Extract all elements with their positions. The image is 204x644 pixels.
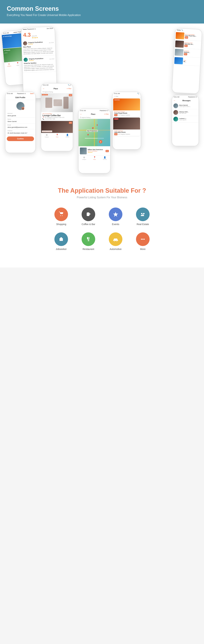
place-card-2: 9.5 Business & Finance [41, 121, 73, 133]
shopping-label: Shopping [56, 223, 66, 226]
svg-point-10 [116, 240, 117, 242]
restaurant-icon-circle [82, 232, 95, 246]
list-item-2: Closed Health & Fitness Adorable Room 9.… [113, 118, 140, 136]
msg-avatar-2 [173, 110, 178, 115]
automotive-icon [112, 236, 119, 242]
messages-title: Messages [182, 100, 191, 102]
map-marker-2: 📍 [87, 134, 90, 137]
edit-profile-title: Edit Profile [5, 95, 35, 100]
shopping-icon-circle [54, 208, 68, 221]
events-icon-circle [109, 208, 122, 221]
nav-account-6[interactable]: 👤 Account [103, 156, 106, 160]
place-item-3: Compute... Bohemi... 9.1 [174, 48, 201, 58]
events-label: Events [112, 223, 119, 226]
events-icon [112, 211, 119, 218]
name-field[interactable]: Steve Garrett [5, 120, 35, 124]
restaurant-icon [85, 236, 92, 242]
nav-place-6[interactable]: 📍 Place [93, 156, 96, 160]
phone-edit-profile: 9:41 AM PassionUI ⊙ Save Edit Profile 📷 … [5, 92, 36, 153]
open-now-badge: Open Now [42, 94, 48, 96]
nav-place-5[interactable]: 📍 Place [56, 134, 58, 138]
message-2[interactable]: Obasey Chid... Slet cltia velit... [172, 109, 199, 116]
phone6-status: 9:41 AM PassionUI ⊙ [79, 109, 110, 112]
more-icon-circle [136, 232, 150, 246]
back-button-5[interactable]: ← [42, 87, 45, 90]
back-button-8[interactable]: ← [173, 99, 176, 102]
jobseeker-label: Jobseeker [56, 248, 67, 250]
svg-point-13 [144, 239, 145, 240]
filter-btn-6[interactable]: ≡ Filter [104, 113, 109, 115]
filter-label-7: Filter [115, 96, 118, 97]
phone8-status: 9:41 AM PassionUI ⊙ [172, 96, 199, 98]
place-thumb-3 [175, 49, 184, 56]
svg-point-11 [141, 239, 142, 240]
category-icon: ☰ [8, 63, 10, 66]
place-hero-img: Open Now 9.5 [41, 93, 73, 112]
app-section-title: The Application Suitable For ? [7, 187, 197, 194]
message-1[interactable]: Steve Garrett Lorem ipsum dolor s... [172, 102, 199, 109]
email-field[interactable]: steve.garrett@passionui.com [5, 126, 35, 129]
phones-section: 9:41 AM ●●●● PassionUI ⊙ & Technology & … [0, 24, 204, 177]
app-section-subtitle: Powerful Listing System Fix Your Bisines… [7, 196, 197, 199]
hilton-rating: 9.4 [105, 150, 109, 152]
phone-messages: 9:41 AM PassionUI ⊙ ← Messages Steve Gar… [172, 95, 199, 146]
app-icon-automotive: Automotive [107, 232, 124, 250]
nav-home-6[interactable]: ⊞ Category [82, 156, 86, 160]
more-label: More [140, 248, 146, 250]
featured-place-card: Hilton San Francisco Arts & Humanities ★… [79, 146, 110, 156]
map-marker-current: ★ [99, 140, 102, 144]
restaurant-label: Restaurant [83, 248, 94, 250]
sort-label-6: ☰ Highest Rating [79, 116, 110, 119]
filter-icon-7: ≡ [114, 96, 115, 97]
nav-home-5[interactable]: ⊞ Category [45, 134, 49, 138]
map-view: 📍 📍 📍 ★ San Francisco [79, 119, 110, 146]
phone-list-badges: 9:41 AM 🔍 ≡ Filter Open Now Business & F… [112, 92, 141, 150]
account-field[interactable]: steve.garrett [5, 114, 35, 118]
save-btn[interactable]: Save [30, 93, 34, 94]
svg-point-3 [141, 213, 142, 214]
realestate-icon [140, 211, 146, 218]
phone-places-list: ●●●● 🔍 Arts & Humanities Cozy Royal Roo.… [172, 28, 202, 94]
page-header: Common Screens Everything You Need For C… [0, 0, 204, 24]
svg-rect-0 [59, 212, 60, 212]
camera-icon[interactable]: 📷 [22, 107, 24, 110]
message-3[interactable]: Luvleen L... Lorem ipsum... [172, 116, 199, 122]
nav-place[interactable]: 📍 Place [16, 62, 19, 66]
place-item-1: Arts & Humanities Cozy Royal Roo... 9.4 [175, 31, 202, 41]
hilton-thumb [80, 148, 87, 154]
automotive-label: Automotive [110, 248, 121, 250]
phone-place-detail: 9:41 AM 🔍 ≡ ← Place ≡ Filter ☰ Highest R… [41, 83, 73, 151]
rating-number: 4.3 [23, 32, 31, 38]
svg-marker-2 [113, 212, 118, 217]
place-phone-label: 📞 +1-678-338-7368 [42, 118, 71, 120]
app-icon-more: More [134, 232, 151, 250]
nav-category[interactable]: ☰ Category [7, 63, 11, 67]
score-badge: 9.5 [69, 94, 72, 96]
back-button-6[interactable]: ← [80, 113, 82, 116]
coffee-icon [85, 211, 92, 218]
jobseeker-icon-circle [54, 232, 68, 246]
app-icon-jobseeker: Jobseeker [53, 232, 70, 250]
city-label: San Francisco [87, 130, 98, 132]
list-item-1: Open Now Business & Finance Cozy Royal R… [113, 98, 140, 117]
coffee-icon-circle [82, 208, 95, 221]
hilton-category: Arts & Humanities [88, 150, 104, 152]
reviewer-avatar-2 [24, 58, 28, 62]
app-icon-shopping: Shopping [53, 208, 70, 226]
filter-btn-5[interactable]: ≡ Filter [67, 88, 71, 90]
nav-account-5[interactable]: 👤 Account [65, 134, 69, 138]
page-title: Common Screens [7, 5, 197, 12]
phone7-status: 9:41 AM 🔍 [112, 92, 141, 95]
place-thumb-1 [176, 32, 185, 39]
app-icon-realestate: Real Estate [134, 208, 151, 226]
address-field[interactable]: 35 Jordi Mountains Suite 617 [5, 132, 35, 135]
phone5-title: Place [54, 88, 58, 90]
open-badge-1: Open Now [114, 99, 120, 100]
reviewer-avatar-1 [23, 41, 27, 46]
shopping-icon [58, 211, 64, 218]
confirm-button[interactable]: Confirm [7, 136, 34, 141]
review-1: Grigoriy Kozhukhov ★★★★ Jun 2018 Nice Pl… [22, 39, 55, 56]
phone5-status: 9:41 AM 🔍 ≡ [41, 84, 73, 86]
app-icon-events: Events [107, 208, 124, 226]
place-name-label: Lounge Coffee Bar [42, 114, 71, 117]
